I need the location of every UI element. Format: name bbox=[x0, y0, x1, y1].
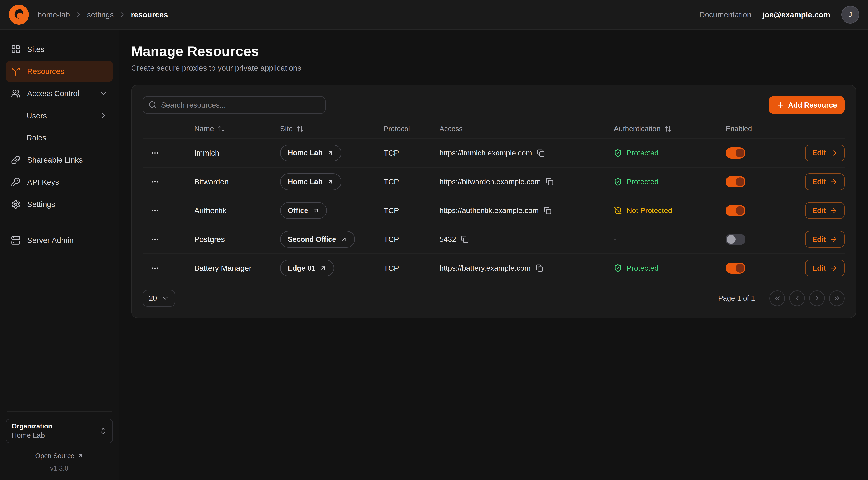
site-cell: Office bbox=[280, 202, 383, 219]
site-link[interactable]: Home Lab bbox=[280, 145, 341, 161]
edit-label: Edit bbox=[812, 207, 826, 215]
site-link[interactable]: Second Office bbox=[280, 231, 355, 248]
sidebar-item-label: Sites bbox=[27, 45, 44, 54]
auth-status-label: - bbox=[614, 235, 616, 244]
resource-protocol: TCP bbox=[383, 206, 439, 215]
first-page-button[interactable] bbox=[769, 291, 785, 306]
split-icon bbox=[11, 67, 21, 76]
copy-button[interactable] bbox=[536, 264, 544, 272]
auth-cell: Protected bbox=[614, 149, 725, 157]
resource-access: https://bitwarden.example.com bbox=[439, 178, 541, 186]
access-cell: https://battery.example.com bbox=[439, 264, 614, 272]
auth-badge: Protected bbox=[614, 149, 725, 157]
sidebar-item-api-keys[interactable]: API Keys bbox=[6, 172, 113, 192]
table-toolbar: Add Resource bbox=[143, 96, 845, 114]
site-name: Second Office bbox=[288, 235, 336, 243]
row-menu-button[interactable] bbox=[151, 177, 159, 186]
arrow-right-icon bbox=[830, 149, 838, 157]
site-link[interactable]: Edge 01 bbox=[280, 260, 334, 276]
copy-button[interactable] bbox=[544, 207, 552, 214]
open-source-link[interactable]: Open Source bbox=[6, 452, 113, 460]
site-name: Home Lab bbox=[288, 149, 322, 157]
sidebar-item-label: Settings bbox=[27, 200, 55, 209]
last-page-button[interactable] bbox=[829, 291, 845, 306]
next-page-button[interactable] bbox=[809, 291, 825, 306]
toggle-knob bbox=[736, 264, 744, 273]
ellipsis-icon bbox=[151, 264, 159, 273]
page-size-select[interactable]: 20 bbox=[143, 290, 175, 307]
external-link-icon bbox=[327, 150, 334, 156]
sidebar-item-roles[interactable]: Roles bbox=[6, 127, 113, 148]
resource-access: https://authentik.example.com bbox=[439, 206, 539, 215]
edit-button[interactable]: Edit bbox=[805, 231, 845, 248]
previous-page-button[interactable] bbox=[789, 291, 805, 306]
ellipsis-icon bbox=[151, 206, 159, 215]
copy-button[interactable] bbox=[537, 149, 545, 157]
edit-button[interactable]: Edit bbox=[805, 202, 845, 219]
chevron-right-icon bbox=[75, 11, 82, 18]
user-email[interactable]: joe@example.com bbox=[763, 10, 830, 19]
site-link[interactable]: Office bbox=[280, 202, 327, 219]
user-avatar[interactable]: J bbox=[841, 6, 859, 24]
sidebar-item-settings[interactable]: Settings bbox=[6, 194, 113, 215]
enabled-cell bbox=[725, 234, 792, 245]
sidebar-item-server-admin[interactable]: Server Admin bbox=[6, 230, 113, 251]
enabled-toggle[interactable] bbox=[725, 147, 745, 158]
edit-button[interactable]: Edit bbox=[805, 145, 845, 161]
external-link-icon bbox=[77, 453, 83, 459]
arrow-right-icon bbox=[830, 236, 838, 243]
external-link-icon bbox=[327, 178, 334, 185]
auth-status-label: Protected bbox=[627, 149, 659, 157]
sort-icon bbox=[218, 125, 225, 132]
sidebar-item-shareable-links[interactable]: Shareable Links bbox=[6, 150, 113, 171]
toggle-knob bbox=[736, 149, 744, 157]
header-label: Authentication bbox=[614, 124, 660, 133]
chevrons-up-down-icon bbox=[99, 427, 107, 435]
search-input[interactable] bbox=[143, 96, 326, 114]
enabled-toggle[interactable] bbox=[725, 205, 745, 216]
documentation-link[interactable]: Documentation bbox=[699, 10, 751, 19]
header-name-sort[interactable]: Name bbox=[194, 124, 280, 133]
edit-button[interactable]: Edit bbox=[805, 260, 845, 276]
enabled-toggle[interactable] bbox=[725, 176, 745, 187]
app-logo[interactable] bbox=[9, 5, 29, 25]
sidebar-item-label: API Keys bbox=[27, 178, 59, 187]
site-link[interactable]: Home Lab bbox=[280, 173, 341, 190]
row-menu-button[interactable] bbox=[151, 206, 159, 215]
header-authentication-sort[interactable]: Authentication bbox=[614, 124, 725, 133]
row-menu-button[interactable] bbox=[151, 235, 159, 244]
enabled-toggle[interactable] bbox=[725, 263, 745, 274]
header-site-sort[interactable]: Site bbox=[280, 124, 383, 133]
resource-name: Bitwarden bbox=[194, 177, 280, 186]
edit-button[interactable]: Edit bbox=[805, 173, 845, 190]
sidebar-item-users[interactable]: Users bbox=[6, 105, 113, 126]
sidebar-item-sites[interactable]: Sites bbox=[6, 39, 113, 60]
sidebar-item-label: Resources bbox=[27, 67, 64, 76]
enabled-toggle[interactable] bbox=[725, 234, 745, 245]
chevrons-left-icon bbox=[773, 295, 781, 302]
sort-icon bbox=[664, 125, 672, 132]
copy-button[interactable] bbox=[546, 178, 554, 186]
sidebar-item-label: Shareable Links bbox=[27, 155, 83, 164]
row-menu-button[interactable] bbox=[151, 149, 159, 157]
copy-button[interactable] bbox=[461, 236, 469, 243]
copy-icon bbox=[546, 178, 554, 186]
row-menu-cell bbox=[143, 206, 194, 215]
sidebar-item-resources[interactable]: Resources bbox=[6, 61, 113, 82]
edit-cell: Edit bbox=[792, 260, 845, 276]
external-link-icon bbox=[320, 265, 327, 271]
add-resource-button[interactable]: Add Resource bbox=[769, 96, 845, 114]
external-link-icon bbox=[341, 236, 347, 243]
organization-selector[interactable]: Organization Home Lab bbox=[6, 419, 113, 443]
sidebar-item-access-control[interactable]: Access Control bbox=[6, 83, 113, 104]
shield-off-icon bbox=[614, 206, 622, 215]
breadcrumb-org[interactable]: home-lab bbox=[38, 10, 70, 19]
open-source-label: Open Source bbox=[35, 452, 74, 460]
table-row: Postgres Second Office TCP 5432 - bbox=[143, 224, 845, 253]
arrow-right-icon bbox=[830, 264, 838, 272]
breadcrumb-settings[interactable]: settings bbox=[87, 10, 114, 19]
header-enabled: Enabled bbox=[725, 125, 792, 133]
page-info: Page 1 of 1 bbox=[718, 294, 755, 302]
auth-badge: - bbox=[614, 235, 725, 244]
row-menu-button[interactable] bbox=[151, 264, 159, 273]
